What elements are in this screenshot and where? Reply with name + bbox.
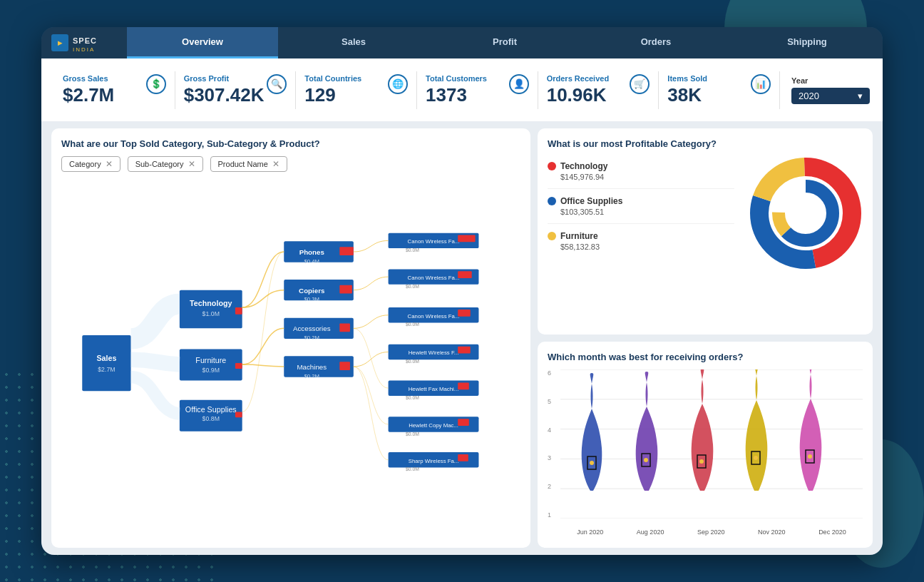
svg-rect-3 (180, 290, 242, 329)
filter-product[interactable]: Product Name ✕ (210, 156, 287, 172)
furniture-color-dot (548, 232, 556, 240)
svg-text:$0.0M: $0.0M (406, 322, 419, 327)
tab-orders[interactable]: Orders (580, 27, 732, 58)
tab-shipping[interactable]: Shipping (732, 27, 883, 58)
svg-rect-52 (458, 419, 469, 426)
violin-label-dec: Dec 2020 (818, 529, 846, 536)
svg-point-74 (644, 458, 648, 462)
right-panel: What is our most Profitable Category? Te… (538, 128, 873, 548)
svg-text:$0.8M: $0.8M (202, 415, 220, 422)
svg-text:Accessories: Accessories (293, 325, 331, 332)
office-supplies-legend-name: Office Supplies (560, 196, 622, 206)
y-label-6: 6 (548, 369, 556, 377)
header: ▶ SPEC INDIA Overview Sales Profit Order… (41, 27, 883, 58)
year-label: Year (791, 76, 870, 85)
technology-color-dot (548, 162, 556, 170)
legend-furniture: Furniture $58,132.83 (548, 231, 734, 258)
filter-category[interactable]: Category ✕ (61, 156, 120, 172)
svg-text:$2.7M: $2.7M (98, 366, 115, 373)
kpi-orders-received-label: Orders Received (547, 74, 609, 83)
filter-product-clear[interactable]: ✕ (272, 159, 279, 169)
kpi-gross-profit-value: $307.42K (184, 84, 265, 106)
svg-point-78 (754, 456, 758, 460)
kpi-items-sold-value: 38K (667, 84, 707, 106)
svg-text:$0.0M: $0.0M (406, 395, 419, 400)
kpi-gross-sales: Gross Sales $2.7M 💲 (54, 71, 175, 109)
tab-profit[interactable]: Profit (429, 27, 580, 58)
y-label-5: 5 (548, 398, 556, 405)
svg-text:Phones: Phones (299, 248, 325, 256)
svg-rect-0 (82, 335, 130, 391)
legend-office-supplies: Office Supplies $103,305.51 (548, 196, 734, 224)
filter-row: Category ✕ Sub-Category ✕ Product Name ✕ (61, 156, 520, 172)
kpi-total-countries: Total Countries 129 🌐 (296, 71, 417, 109)
svg-rect-36 (458, 271, 472, 278)
kpi-total-customers: Total Customers 1373 👤 (417, 71, 538, 109)
orders-month-panel: Which month was best for receiving order… (538, 342, 873, 548)
svg-rect-7 (180, 349, 242, 381)
donut-chart (749, 156, 863, 270)
logo-text: SPEC INDIA (73, 34, 97, 53)
kpi-gross-sales-value: $2.7M (63, 84, 114, 106)
violin-label-jun: Jun 2020 (577, 529, 603, 536)
svg-text:Canon Wireless Fa...: Canon Wireless Fa... (408, 275, 460, 281)
logo-icon: ▶ (51, 34, 68, 51)
legend-technology: Technology $145,976.94 (548, 161, 734, 189)
filter-subcategory[interactable]: Sub-Category ✕ (128, 156, 203, 172)
y-label-2: 2 (548, 483, 556, 490)
technology-legend-value: $145,976.94 (560, 173, 734, 181)
svg-text:Furniture: Furniture (195, 356, 226, 364)
kpi-total-countries-value: 129 (304, 84, 361, 106)
svg-point-64 (791, 199, 820, 228)
svg-text:$0.2M: $0.2M (304, 373, 319, 379)
svg-rect-48 (458, 382, 469, 389)
violin-label-sep: Sep 2020 (697, 529, 725, 536)
svg-rect-8 (235, 363, 242, 369)
svg-point-72 (590, 461, 594, 465)
svg-text:$0.0M: $0.0M (406, 247, 419, 252)
svg-text:$0.2M: $0.2M (304, 335, 319, 341)
tab-overview[interactable]: Overview (127, 27, 278, 58)
orders-month-title: Which month was best for receiving order… (548, 352, 863, 362)
y-label-1: 1 (548, 511, 556, 519)
sankey-chart-area: Sales $2.7M Technology $1.0M Furniture $… (61, 178, 520, 548)
total-countries-icon: 🌐 (388, 74, 408, 94)
filter-category-clear[interactable]: ✕ (106, 159, 113, 169)
y-label-3: 3 (548, 454, 556, 461)
donut-container: Technology $145,976.94 Office Supplies $… (548, 156, 863, 270)
office-supplies-color-dot (548, 197, 556, 205)
svg-text:Sales: Sales (96, 354, 116, 362)
svg-text:Hewlett Wireless F...: Hewlett Wireless F... (409, 349, 459, 356)
grid-svg (560, 369, 863, 519)
kpi-strip: Gross Sales $2.7M 💲 Gross Profit $307.42… (41, 58, 883, 121)
furniture-legend-name: Furniture (560, 231, 598, 241)
svg-text:$0.3M: $0.3M (304, 296, 319, 302)
svg-text:$1.0M: $1.0M (202, 310, 220, 317)
kpi-items-sold-label: Items Sold (667, 74, 707, 83)
svg-text:$0.9M: $0.9M (202, 367, 220, 374)
svg-text:Technology: Technology (190, 299, 232, 307)
left-panel: What are our Top Sold Category, Sub-Cate… (51, 128, 530, 548)
svg-text:$0.0M: $0.0M (406, 466, 419, 471)
kpi-total-customers-label: Total Customers (426, 74, 487, 83)
svg-text:Canon Wireless Fa...: Canon Wireless Fa... (408, 313, 460, 320)
svg-text:Hewlett Fax Machi...: Hewlett Fax Machi... (409, 386, 459, 392)
kpi-gross-profit-label: Gross Profit (184, 74, 265, 83)
office-supplies-legend-value: $103,305.51 (560, 208, 734, 216)
filter-subcategory-clear[interactable]: ✕ (188, 159, 195, 169)
kpi-total-countries-label: Total Countries (304, 74, 361, 83)
svg-rect-40 (458, 310, 471, 317)
svg-text:$0.0M: $0.0M (406, 284, 419, 289)
sankey-svg: Sales $2.7M Technology $1.0M Furniture $… (61, 178, 520, 548)
svg-text:Sharp Wireless Fa...: Sharp Wireless Fa... (409, 458, 459, 464)
svg-rect-20 (339, 285, 352, 294)
svg-point-80 (808, 454, 812, 459)
tab-sales[interactable]: Sales (278, 27, 429, 58)
svg-text:$0.0M: $0.0M (406, 432, 419, 436)
furniture-legend-value: $58,132.83 (560, 242, 734, 251)
svg-point-76 (699, 459, 704, 464)
violin-label-aug: Aug 2020 (637, 529, 664, 536)
kpi-orders-received: Orders Received 10.96K 🛒 (538, 71, 659, 109)
year-dropdown[interactable]: 2020 ▾ (791, 88, 870, 104)
svg-rect-4 (235, 307, 242, 315)
